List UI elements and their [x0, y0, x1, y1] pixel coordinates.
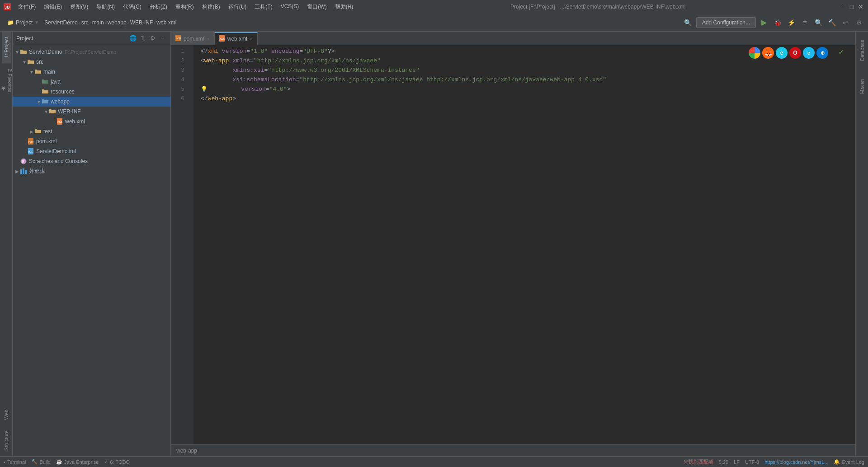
menu-item-vcss[interactable]: VCS(S) — [277, 2, 303, 12]
tree-expand-arrow[interactable]: ▼ — [14, 49, 20, 55]
menu-item-w[interactable]: 窗口(W) — [303, 2, 330, 12]
line-number-6: 6 — [171, 94, 189, 104]
tree-item-label: Scratches and Consoles — [29, 158, 88, 164]
breadcrumb-separator: › — [90, 19, 91, 26]
profile-button[interactable]: ⚡ — [786, 17, 797, 28]
project-panel-title: Project — [16, 35, 127, 42]
tree-file-icon — [27, 58, 34, 65]
tree-expand-arrow[interactable]: ▼ — [22, 59, 27, 65]
minimize-button[interactable]: − — [839, 3, 846, 10]
tree-item-servlertdemo[interactable]: ▼ServlertDemoF:\Project\ServletDemo — [13, 47, 170, 57]
tree-item-resources[interactable]: resources — [13, 87, 170, 97]
code-editor[interactable]: <?xml version="1.0" encoding="UTF-8"?><w… — [193, 45, 855, 444]
build-tab[interactable]: 🔨 Build — [31, 459, 50, 465]
tree-item-外部库[interactable]: ▶外部库 — [13, 166, 170, 176]
tree-item-test[interactable]: ▶test — [13, 126, 170, 136]
menu-item-r[interactable]: 重构(R) — [172, 2, 198, 12]
tree-item-webapp[interactable]: ▼webapp — [13, 97, 170, 107]
error-status: 未找到匹配项 — [684, 458, 713, 465]
tree-expand-arrow[interactable]: ▼ — [29, 69, 34, 75]
breadcrumb-item-src[interactable]: src — [81, 19, 89, 26]
todo-tab[interactable]: ✓ 6: TODO — [104, 459, 130, 465]
tree-expand-arrow — [14, 159, 20, 164]
tab-close-button[interactable]: × — [250, 36, 253, 42]
menu-item-z[interactable]: 分析(Z) — [146, 2, 171, 12]
tree-expand-arrow[interactable]: ▶ — [29, 129, 34, 134]
editor-tabs: POM pom.xml×XML web.xml× — [171, 32, 855, 45]
breadcrumb-item-web-inf[interactable]: WEB-INF — [130, 19, 153, 26]
debug-button[interactable]: 🐞 — [772, 17, 783, 28]
tree-expand-arrow[interactable]: ▼ — [43, 109, 49, 114]
maximize-button[interactable]: □ — [848, 3, 855, 10]
tree-item-servletdemo.iml[interactable]: IMLServletDemo.iml — [13, 146, 170, 156]
search-icon[interactable]: 🔍 — [683, 17, 693, 28]
menu-item-u[interactable]: 运行(U) — [225, 2, 250, 12]
globe-icon[interactable]: 🌐 — [129, 34, 137, 42]
menu-item-f[interactable]: 文件(F) — [14, 2, 39, 12]
sidebar-item-project[interactable]: 1: Project — [2, 32, 11, 63]
zoom-button[interactable]: 🔍 — [813, 17, 824, 28]
terminal-tab[interactable]: ▪ Terminal — [4, 459, 26, 465]
sort-icon[interactable]: ⇅ — [139, 34, 147, 42]
code-line-4: xsi:schemaLocation="http://xmlns.jcp.org… — [201, 75, 848, 85]
settings-button[interactable]: ⚙ — [854, 17, 864, 28]
tree-item-web.xml[interactable]: XMLweb.xml — [13, 117, 170, 126]
menu-item-c[interactable]: 代码(C) — [119, 2, 145, 12]
breadcrumb-item-servlertdemo[interactable]: ServlertDemo — [44, 19, 77, 26]
blog-link[interactable]: https://blog.csdn.net/YjmsL... — [764, 459, 828, 465]
editor-tab-pomxml[interactable]: POM pom.xml× — [171, 32, 215, 45]
tree-item-scratches-and-consoles[interactable]: SScratches and Consoles — [13, 156, 170, 166]
opera-button[interactable]: O — [789, 47, 801, 59]
code-line-3: xmlns:xsi="http://www.w3.org/2001/XMLSch… — [201, 66, 848, 75]
collapse-icon[interactable]: − — [159, 34, 167, 42]
database-panel-tab[interactable]: Database — [858, 35, 867, 65]
sidebar-item-web[interactable]: Web — [2, 404, 11, 425]
firefox-button[interactable]: 🦊 — [762, 47, 774, 59]
editor-breadcrumb: web-app — [171, 444, 855, 456]
tree-item-label: 外部库 — [29, 168, 45, 175]
add-configuration-button[interactable]: Add Configuration... — [696, 17, 756, 28]
menu-item-e[interactable]: 编辑(E) — [40, 2, 66, 12]
build-button[interactable]: 🔨 — [826, 17, 837, 28]
editor-content[interactable]: 123456 <?xml version="1.0" encoding="UTF… — [171, 45, 855, 444]
run-button[interactable]: ▶ — [759, 17, 769, 28]
tree-item-main[interactable]: ▼main — [13, 67, 170, 77]
java-enterprise-tab[interactable]: ☕ Java Enterprise — [56, 459, 99, 465]
menu-item-n[interactable]: 导航(N) — [93, 2, 118, 12]
menu-item-h[interactable]: 帮助(H) — [331, 2, 357, 12]
tree-item-pom.xml[interactable]: POMpom.xml — [13, 136, 170, 146]
tree-expand-arrow — [36, 79, 42, 84]
breadcrumb-item-main[interactable]: main — [92, 19, 104, 26]
menu-item-t[interactable]: 工具(T) — [251, 2, 276, 12]
sidebar-item-structure[interactable]: Structure — [2, 425, 11, 456]
chrome-button[interactable] — [749, 47, 760, 59]
tab-label: web.xml — [227, 36, 247, 42]
maven-panel-tab[interactable]: Maven — [858, 75, 867, 98]
code-content: xsi:schemaLocation="http://xmlns.jcp.org… — [201, 75, 606, 85]
gear-icon[interactable]: ⚙ — [149, 34, 157, 42]
event-log[interactable]: 🔔Event Log — [834, 459, 864, 465]
editor-tab-webxml[interactable]: XML web.xml× — [215, 32, 258, 45]
svg-rect-11 — [23, 168, 24, 174]
lightbulb-icon[interactable]: 💡 — [201, 85, 208, 94]
tree-expand-arrow[interactable]: ▼ — [36, 99, 42, 104]
ie-button[interactable]: e — [803, 47, 815, 59]
breadcrumb-item-web.xml[interactable]: web.xml — [156, 19, 176, 26]
tree-expand-arrow — [36, 89, 42, 94]
breadcrumb-item-webapp[interactable]: webapp — [108, 19, 127, 26]
close-button[interactable]: ✕ — [857, 3, 864, 10]
edge-blue-button[interactable]: e — [776, 47, 788, 59]
tab-close-button[interactable]: × — [207, 36, 209, 42]
line-number-2: 2 — [171, 56, 189, 66]
coverage-button[interactable]: ☂ — [799, 17, 810, 28]
tree-expand-arrow[interactable]: ▶ — [14, 168, 20, 174]
main-area: 1: Project ★ 2: Favorites Web Structure … — [0, 32, 868, 456]
tree-item-web-inf[interactable]: ▼WEB-INF — [13, 107, 170, 117]
sidebar-item-favorites[interactable]: ★ 2: Favorites — [0, 63, 14, 98]
tree-item-src[interactable]: ▼src — [13, 57, 170, 67]
reload-button[interactable]: ↩ — [840, 17, 851, 28]
edge-button[interactable]: ⊕ — [816, 47, 828, 59]
tree-item-java[interactable]: java — [13, 77, 170, 87]
menu-item-v[interactable]: 视图(V) — [66, 2, 92, 12]
menu-item-b[interactable]: 构建(B) — [198, 2, 224, 12]
